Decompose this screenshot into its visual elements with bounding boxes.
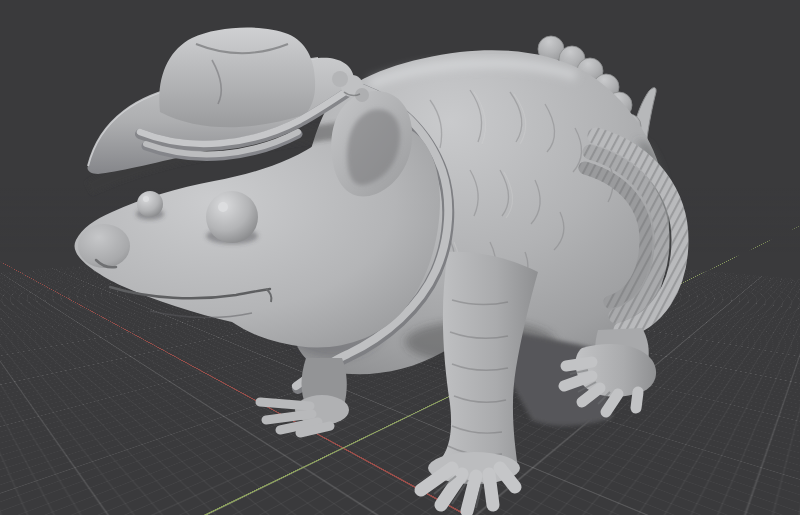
front-right-paw xyxy=(260,358,349,433)
rat-model[interactable] xyxy=(75,28,681,511)
viewport-canvas[interactable] xyxy=(0,0,800,515)
eye-far-glint xyxy=(143,196,149,202)
model-layer xyxy=(0,0,800,515)
rat-eye-near xyxy=(206,191,258,243)
rat-eye-far xyxy=(137,191,163,217)
eye-near-glint xyxy=(218,202,228,212)
hat-crown xyxy=(159,28,315,128)
rat-nose xyxy=(78,224,130,268)
